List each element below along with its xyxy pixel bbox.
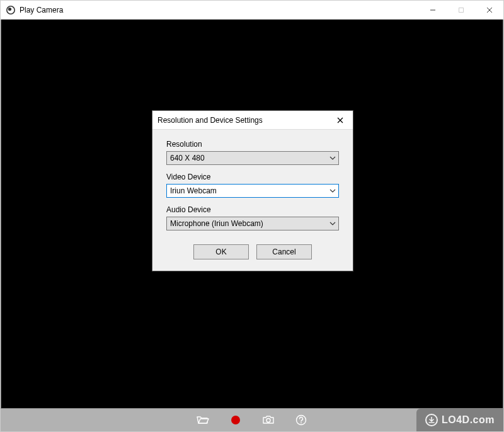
download-icon <box>425 414 438 426</box>
camera-app-icon <box>6 5 16 15</box>
svg-point-8 <box>301 422 302 423</box>
svg-point-1 <box>8 7 11 10</box>
window-title: Play Camera <box>20 6 63 14</box>
svg-line-4 <box>487 8 492 13</box>
close-button[interactable] <box>475 1 503 20</box>
chevron-down-icon <box>327 217 338 230</box>
titlebar: Play Camera <box>1 1 503 20</box>
help-button[interactable] <box>295 414 307 426</box>
video-device-value: Iriun Webcam <box>167 186 327 195</box>
video-device-label: Video Device <box>166 173 339 181</box>
open-folder-button[interactable] <box>197 414 209 426</box>
watermark: LO4D.com <box>416 409 503 431</box>
dialog-close-button[interactable] <box>328 111 353 130</box>
ok-button[interactable]: OK <box>193 244 249 259</box>
window-controls <box>418 1 503 19</box>
dialog-title: Resolution and Device Settings <box>158 116 263 125</box>
resolution-select[interactable]: 640 X 480 <box>166 151 339 165</box>
resolution-label: Resolution <box>166 140 339 149</box>
settings-dialog: Resolution and Device Settings Resolutio… <box>152 110 353 271</box>
audio-device-select[interactable]: Microphone (Iriun Webcam) <box>166 217 339 230</box>
dialog-body: Resolution 640 X 480 Video Device Iriun … <box>152 130 353 271</box>
svg-line-5 <box>487 8 492 13</box>
chevron-down-icon <box>327 185 338 197</box>
dialog-button-row: OK Cancel <box>166 244 339 259</box>
chevron-down-icon <box>327 152 338 164</box>
watermark-text: LO4D.com <box>442 414 495 426</box>
audio-device-value: Microphone (Iriun Webcam) <box>167 219 327 228</box>
svg-point-6 <box>266 419 270 423</box>
video-device-select[interactable]: Iriun Webcam <box>166 184 339 198</box>
dialog-titlebar: Resolution and Device Settings <box>152 111 353 130</box>
cancel-button[interactable]: Cancel <box>256 244 312 259</box>
maximize-button[interactable] <box>447 1 475 20</box>
snapshot-button[interactable] <box>262 414 275 426</box>
svg-point-7 <box>297 416 306 425</box>
resolution-value: 640 X 480 <box>167 154 327 162</box>
audio-device-label: Audio Device <box>166 205 339 214</box>
minimize-button[interactable] <box>418 1 447 20</box>
record-button[interactable] <box>229 414 242 426</box>
svg-rect-3 <box>459 8 463 13</box>
bottom-toolbar: LO4D.com <box>1 409 503 431</box>
record-dot-icon <box>231 416 240 424</box>
